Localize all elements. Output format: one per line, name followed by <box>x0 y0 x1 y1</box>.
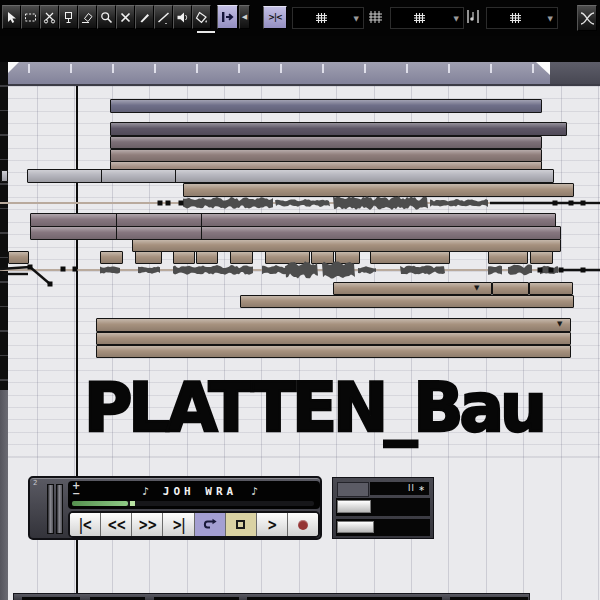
player-fader-left[interactable] <box>47 484 54 534</box>
forward-icon: >> <box>138 516 156 534</box>
stop-button[interactable] <box>226 513 257 536</box>
grid-dense-icon <box>368 10 383 24</box>
audio-clip[interactable] <box>110 122 567 136</box>
audio-clip[interactable]: ▼ <box>96 318 571 332</box>
ruler-out-of-project-area <box>550 62 600 84</box>
audio-clip[interactable] <box>492 282 529 295</box>
audio-clip[interactable] <box>529 282 573 295</box>
color-tool-button[interactable] <box>192 5 211 29</box>
horizontal-slider-upper[interactable] <box>337 500 371 513</box>
audio-clip[interactable] <box>30 226 561 240</box>
pencil-icon <box>138 11 151 24</box>
project-end-marker[interactable] <box>536 62 550 75</box>
audio-clip[interactable] <box>335 251 360 264</box>
scissors-icon <box>43 11 56 24</box>
audio-clip[interactable] <box>230 251 253 264</box>
audio-clip[interactable] <box>1 170 8 182</box>
progress-fill <box>72 501 128 506</box>
autoscroll-button[interactable] <box>217 5 238 29</box>
audio-clip[interactable] <box>27 169 554 183</box>
audio-clip[interactable] <box>265 251 310 264</box>
zoom-tool-button[interactable] <box>97 5 116 29</box>
horizontal-slider-lower[interactable] <box>337 521 374 533</box>
magnifier-icon <box>100 11 113 24</box>
audio-clip[interactable] <box>370 251 450 264</box>
audio-clip[interactable] <box>30 213 556 227</box>
grid-icon <box>509 12 522 24</box>
select-tool-button[interactable] <box>2 5 21 29</box>
record-button[interactable] <box>288 513 318 536</box>
second-player-panel-edge <box>13 593 530 600</box>
rewind-icon: << <box>107 516 125 534</box>
clip-divider <box>201 214 202 226</box>
line-icon <box>157 11 170 24</box>
audio-clip[interactable] <box>110 136 542 149</box>
quantize-icon[interactable] <box>466 9 480 24</box>
clip-divider <box>116 214 117 226</box>
cursor-icon <box>5 11 18 24</box>
audio-clip[interactable] <box>488 251 528 264</box>
audio-clip[interactable] <box>96 345 571 358</box>
track-color-strip-lower <box>0 390 8 600</box>
toolbar-collapse-button[interactable]: ◀ <box>239 5 250 29</box>
player-side-module: II ∗ <box>332 477 434 539</box>
draw-tool-button[interactable] <box>135 5 154 29</box>
logo-text: PLATTEN_Bau <box>84 369 543 448</box>
tempo-minus-button[interactable]: − <box>72 488 80 499</box>
audio-clip[interactable] <box>530 251 553 264</box>
audio-clip[interactable] <box>240 295 574 308</box>
erase-tool-button[interactable] <box>78 5 97 29</box>
note-icon: ♪ <box>237 485 272 498</box>
audio-clip[interactable] <box>110 99 542 113</box>
rewind-button[interactable]: << <box>101 513 132 536</box>
pause-indicator: II ∗ <box>370 482 429 495</box>
grid-type-select-1[interactable]: ▼ <box>292 7 364 29</box>
clip-menu-triangle-icon[interactable]: ▼ <box>474 284 479 293</box>
line-tool-button[interactable] <box>154 5 173 29</box>
toolbar: ◀ >|< ▼▼▼ <box>0 0 600 36</box>
paint-bucket-icon <box>195 11 208 24</box>
stop-square-icon <box>236 520 245 529</box>
to-end-icon: >| <box>172 516 184 534</box>
audio-clip[interactable]: ▼ <box>333 282 492 295</box>
slider-track-lower <box>336 519 430 536</box>
glue-tool-button[interactable] <box>59 5 78 29</box>
play-icon: > <box>267 516 276 534</box>
transport-bar: |<<<>>>|> <box>68 511 320 538</box>
speaker-icon <box>176 11 189 24</box>
project-start-marker[interactable] <box>8 62 19 73</box>
forward-button[interactable]: >> <box>132 513 163 536</box>
split-tool-button[interactable] <box>40 5 59 29</box>
mute-tool-button[interactable] <box>116 5 135 29</box>
play-button[interactable]: > <box>257 513 288 536</box>
player-fader-right[interactable] <box>56 484 63 534</box>
track-color-strip <box>0 62 8 390</box>
audio-clip[interactable] <box>135 251 162 264</box>
audio-clip[interactable] <box>183 183 574 197</box>
snap-button[interactable]: >|< <box>263 6 287 29</box>
audio-clip[interactable] <box>100 251 123 264</box>
timeline-ruler[interactable] <box>8 62 600 86</box>
crossfade-button[interactable] <box>577 5 597 31</box>
chevron-down-icon: ▼ <box>354 15 359 23</box>
play-tool-button[interactable] <box>173 5 192 29</box>
audio-clip[interactable] <box>8 251 29 264</box>
range-tool-button[interactable] <box>21 5 40 29</box>
to-start-button[interactable]: |< <box>70 513 101 536</box>
range-icon <box>24 11 37 24</box>
player-unit-label: 2 <box>33 479 37 487</box>
grid-type-select-3[interactable]: ▼ <box>486 7 558 29</box>
clip-menu-triangle-icon[interactable]: ▼ <box>557 320 562 329</box>
cycle-button[interactable] <box>195 513 226 536</box>
audio-clip[interactable] <box>311 251 334 264</box>
audio-clip[interactable] <box>196 251 218 264</box>
audio-clip[interactable] <box>173 251 195 264</box>
chevron-down-icon: ▼ <box>454 15 459 23</box>
audio-clip[interactable] <box>96 332 571 345</box>
to-end-button[interactable]: >| <box>163 513 194 536</box>
lcd-progress-bar[interactable] <box>72 501 314 506</box>
side-module-display[interactable] <box>337 482 369 497</box>
clip-divider <box>175 170 176 182</box>
grid-type-select-2[interactable]: ▼ <box>390 7 464 29</box>
slider-track-upper <box>336 498 430 516</box>
